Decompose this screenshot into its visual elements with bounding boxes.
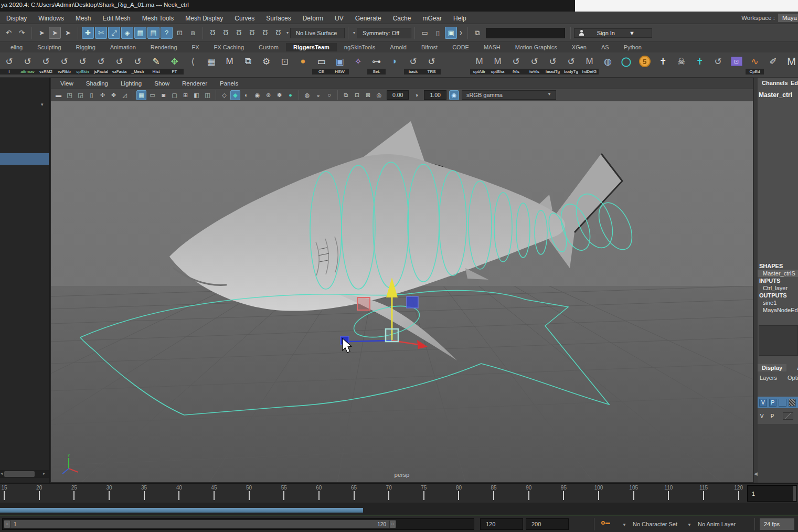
sign-in-button[interactable]: Sign In ▼ [574,28,652,38]
channels-menu[interactable]: Channels [758,80,788,86]
tab-display[interactable]: Display [758,364,786,371]
anim-layer-selector[interactable]: No Anim Layer [698,521,736,527]
grid-icon[interactable]: ▦ [136,90,146,100]
color-space-dropdown[interactable]: sRGB gamma ▼ [462,90,556,100]
timeline-tick-85[interactable]: 85 [486,485,502,500]
shadows-icon[interactable]: ⊛ [263,90,273,100]
shelf-item-m-large[interactable]: M [782,54,798,76]
shelf-item-vzribb[interactable]: ↺vzRibb [55,54,73,76]
select-camera-icon[interactable]: ▬ [54,90,63,100]
live-surface-field[interactable]: No Live Surface [290,28,345,38]
timeline-tick-20[interactable]: 20 [31,485,47,500]
safe-action-icon[interactable]: ◧ [191,90,201,100]
timeline-tick-100[interactable]: 100 [591,485,607,500]
menu-edit-mesh[interactable]: Edit Mesh [102,15,130,22]
chevron-down-icon[interactable]: ▾ [353,30,355,35]
move-tool-icon[interactable]: ✚ [82,27,94,39]
shelf-item-gear-plus[interactable]: ⚙ [257,54,275,76]
shelf-tab-rendering[interactable]: Rendering [143,43,185,51]
menu-mgear[interactable]: mGear [422,15,442,22]
undo-icon[interactable]: ↶ [3,27,15,39]
paint-tool-icon[interactable]: ▤ [147,27,159,39]
highlight-select-icon[interactable]: ⧈ [187,27,199,39]
chevron-right-icon[interactable]: ❯ [459,30,463,35]
snap-point-icon[interactable]: Ω [233,27,245,39]
auto-keyframe-icon[interactable] [601,521,605,525]
timeline-tick-55[interactable]: 55 [276,485,292,500]
image-plane-icon[interactable]: ✣ [98,90,108,100]
shelf-tab-arnold[interactable]: Arnold [382,43,414,51]
channel-outputs[interactable]: OUTPUTS [758,292,798,299]
channel-sine1[interactable]: sine1 [758,299,798,306]
range-slider-track[interactable]: ∷ 1 120 ∷ [2,518,474,530]
viewport-menu-view[interactable]: View [60,80,73,87]
resolution-gate-icon[interactable]: ◙ [158,90,168,100]
shelf-item-optattr[interactable]: MoptAttr [470,54,488,76]
chevron-down-icon[interactable]: ▾ [286,30,289,35]
shelf-tab-sculpting[interactable]: Sculpting [30,43,68,51]
timeline-tick-15[interactable]: 15 [0,485,12,500]
shelf-tab-motion-graphics[interactable]: Motion Graphics [508,43,565,51]
menu-deform[interactable]: Deform [303,15,323,22]
select-hierarchy-icon[interactable]: ➤ [36,27,48,39]
color-management-icon[interactable]: ◉ [449,90,459,100]
range-slider-bar[interactable]: ∷ 1 120 ∷ [4,520,396,528]
shelf-tab-ngskintools[interactable]: ngSkinTools [337,43,382,51]
chevron-down-icon[interactable]: ▼ [687,523,691,527]
subtab-options[interactable]: Optio [785,375,798,381]
shelf-item-trs[interactable]: ↺TRS [422,54,441,76]
film-gate-icon[interactable]: ▭ [147,90,157,100]
channel-ctrl-layer[interactable]: Ctrl_layer [758,284,798,292]
layer-color-swatch[interactable] [789,399,796,407]
help-tool-icon[interactable]: ? [161,27,173,39]
shelf-tab-custom[interactable]: Custom [251,43,286,51]
shelf-item-arrow-small[interactable]: ↺ [709,54,727,76]
gamma-icon[interactable]: ◑ [411,90,421,100]
shelf-item-hsw[interactable]: ▣HSW [331,54,349,76]
ambient-occlusion-icon[interactable]: ✽ [274,90,284,100]
xray-joints-icon[interactable]: ⊡ [352,90,362,100]
shelf-item-wand[interactable]: ✧ [349,54,367,76]
layer-visibility-toggle[interactable]: V [759,399,767,407]
selected-display-layer-row[interactable]: V P [758,397,798,408]
exposure-icon[interactable]: ◎ [374,90,384,100]
depth-of-field-icon[interactable]: ◒ [313,90,323,100]
shelf-item-elbow[interactable]: ⟨ [184,54,202,76]
shelf-item-ce[interactable]: ▭CE [312,54,331,76]
menu-curves[interactable]: Curves [235,15,254,22]
shelf-item-pick[interactable]: ✐ [764,54,782,76]
time-slider[interactable]: 1520253035404550556065707580859095100105… [0,483,798,503]
select-object-icon[interactable]: ➤ [49,27,61,39]
camera-attributes-icon[interactable]: ◲ [76,90,86,100]
timeline-tick-45[interactable]: 45 [206,485,222,500]
shelf-tab-python[interactable]: Python [616,43,649,51]
exposure-field[interactable]: 0.00 [387,90,409,100]
shelf-item-twvis[interactable]: ↺twVis [525,54,544,76]
gate-mask-icon[interactable]: ▢ [169,90,179,100]
channel-shapes[interactable]: SHAPES [758,262,798,270]
viewport-menu-renderer[interactable]: Renderer [182,80,207,87]
menu-display[interactable]: Display [6,15,27,22]
shelf-tab-as[interactable]: AS [594,43,616,51]
shelf-tab-mash[interactable]: MASH [476,43,508,51]
menu-mesh[interactable]: Mesh [76,15,91,22]
shelf-tab-bifrost[interactable]: Bifrost [414,43,445,51]
shelf-item-optsha[interactable]: MoptSha [488,54,507,76]
chevron-down-icon[interactable]: ▼ [622,523,626,527]
selection-highlight-icon[interactable]: ⊠ [363,90,373,100]
command-input[interactable] [486,28,565,38]
timeline-tick-90[interactable]: 90 [521,485,537,500]
shelf-item-back[interactable]: ↺back [404,54,422,76]
shelf-item-mesh[interactable]: ↺_Mesh [129,54,147,76]
shelf-item-figure-white[interactable]: ✝ [654,54,672,76]
shelf-tab-code[interactable]: CODE [445,43,476,51]
timeline-tick-35[interactable]: 35 [136,485,152,500]
make-live-icon[interactable]: Ω [272,27,284,39]
scroll-right-icon[interactable]: ▸ [43,471,45,476]
shelf-item-jsfacial[interactable]: ↺jsFacial [92,54,110,76]
collapse-arrow-icon[interactable]: ◀ [754,471,758,476]
selected-node-name[interactable]: Master_ctrl [759,91,792,99]
redo-icon[interactable]: ↷ [16,27,28,39]
outliner-h-scrollbar[interactable]: ◂ ▸ [0,470,49,478]
shelf-item-vzfacia[interactable]: ↺vzFacia [110,54,129,76]
